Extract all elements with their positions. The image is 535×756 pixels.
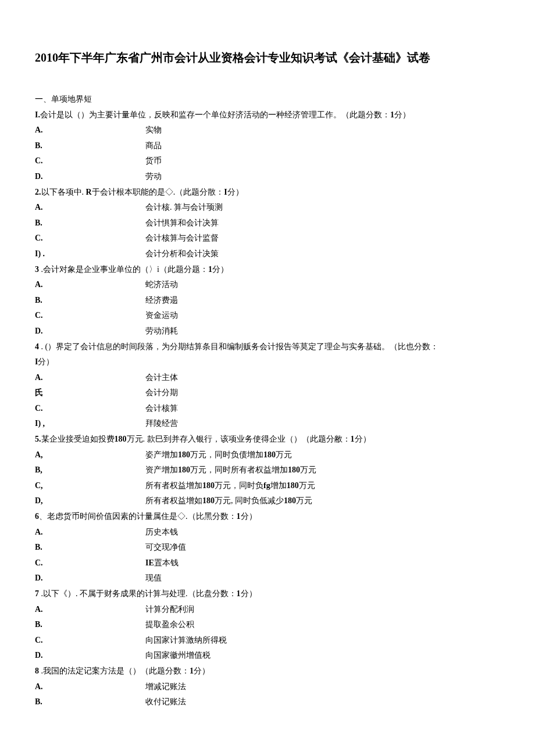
option: A.实物 [35, 123, 500, 138]
option-letter: A. [35, 525, 145, 540]
option: C.资金运动 [35, 308, 500, 324]
option: D.向国家徽州增值税 [35, 648, 500, 664]
option-text: 会计分期 [145, 385, 500, 401]
option: A,姿产增加180万元，同时负债增加180万元 [35, 447, 500, 463]
question-stem: I.会计是以（）为主要计量单位，反映和监存一个单位好济活动的一种经济管理工作。（… [35, 108, 500, 123]
option-text: 会计惧算和会计决算 [145, 216, 500, 231]
option-letter: C. [35, 556, 145, 571]
section-heading: 一、单项地界短 [35, 92, 500, 108]
option: C,所有者权益增加180万元，同时负fg增加180万元 [35, 478, 500, 494]
question-stem: 8 .我国的法定记案方法是（）（此题分数：1分） [35, 664, 500, 679]
option-letter: C. [35, 231, 145, 246]
option-letter: B. [35, 138, 145, 154]
option-letter: C. [35, 308, 145, 324]
option-letter: D. [35, 169, 145, 185]
question: 6、老虑货币时间价值因素的计量属住是◇.（比黑分数：1分）A.历史本钱B.可交现… [35, 509, 500, 586]
question-list: I.会计是以（）为主要计量单位，反映和监存一个单位好济活动的一种经济管理工作。（… [35, 108, 500, 710]
option: A.蛇济活动 [35, 277, 500, 293]
option-letter: A. [35, 602, 145, 618]
option: D,所有者权益增如180万元, 同时负低减少180万元 [35, 493, 500, 509]
option-letter: D. [35, 571, 145, 586]
option-text: 资金运动 [145, 308, 500, 324]
option: B.收付记账法 [35, 694, 500, 710]
option-text: 拜陵经营 [145, 416, 500, 432]
option-letter: A. [35, 200, 145, 216]
option: A.增减记账法 [35, 679, 500, 695]
option-text: 提取盈余公积 [145, 617, 500, 633]
option-text: 会计分析和会计决策 [145, 246, 500, 262]
option-letter: A. [35, 277, 145, 293]
option-text: 历史本钱 [145, 525, 500, 540]
question: I.会计是以（）为主要计量单位，反映和监存一个单位好济活动的一种经济管理工作。（… [35, 108, 500, 185]
option-text: 实物 [145, 123, 500, 138]
page-title: 2010年下半年广东省广州市会计从业资格会计专业知识考试《会计基础》试卷 [35, 46, 500, 69]
option-letter: B. [35, 617, 145, 633]
option-letter: C. [35, 633, 145, 648]
option-text: 资产增加180万元，同时所有者权益增加180万元 [145, 463, 500, 478]
option-letter: I) . [35, 246, 145, 262]
option-text: 可交现净值 [145, 540, 500, 556]
question: 5.某企业接受迫如投费180万元. 款巳到并存入银行，该项业务使得企业（）（此题… [35, 432, 500, 509]
question: 2.以下各项中. R于会计根本职能的是◇.（此题分散：I分）A.会计核. 算与会… [35, 185, 500, 262]
option: C.货币 [35, 153, 500, 169]
question-stem: 7 .以下《）. 不属于财务成果的计算与处理.（比盘分数：1分） [35, 586, 500, 602]
option: I) ,拜陵经营 [35, 416, 500, 432]
option: B,资产增加180万元，同时所有者权益增加180万元 [35, 463, 500, 478]
option-letter: D. [35, 648, 145, 664]
option-text: 会计主体 [145, 370, 500, 386]
option-letter: A. [35, 370, 145, 386]
option: B.提取盈余公积 [35, 617, 500, 633]
option-letter: A. [35, 679, 145, 695]
option: A.历史本钱 [35, 525, 500, 540]
question: 3 .会计对象是企业事业单位的（〉i（此题分题：1分）A.蛇济活动B.经济费遢C… [35, 262, 500, 339]
option: C.会计核算与会计监督 [35, 231, 500, 246]
question-stem: 4 . (）界定了会计信息的时间段落，为分期结算条目和编制贩务会计报告等莫定了理… [35, 339, 500, 355]
option-text: 增减记账法 [145, 679, 500, 695]
option-letter: B. [35, 694, 145, 710]
option-text: 姿产增加180万元，同时负债增加180万元 [145, 447, 500, 463]
option-text: 会计核. 算与会计顼测 [145, 200, 500, 216]
option-text: 所有者权益增如180万元, 同时负低减少180万元 [145, 493, 500, 509]
option-text: 向国家计算激纳所得税 [145, 633, 500, 648]
option-letter: I) , [35, 416, 145, 432]
option-letter: B. [35, 293, 145, 309]
option: B.经济费遢 [35, 293, 500, 309]
option-letter: D, [35, 493, 145, 509]
option: C.向国家计算激纳所得税 [35, 633, 500, 648]
option-letter: A, [35, 447, 145, 463]
question: 7 .以下《）. 不属于财务成果的计算与处理.（比盘分数：1分）A.计算分配利润… [35, 586, 500, 664]
option: C.会计核算 [35, 401, 500, 417]
option: B.可交现净值 [35, 540, 500, 556]
option: C.IE置本钱 [35, 556, 500, 571]
option-text: 会计核算 [145, 401, 500, 417]
option-letter: B. [35, 216, 145, 231]
option: I) .会计分析和会计决策 [35, 246, 500, 262]
option: D.劳动 [35, 169, 500, 185]
option-text: 所有者权益增加180万元，同时负fg增加180万元 [145, 478, 500, 494]
option-text: 货币 [145, 153, 500, 169]
option: D.劳动消耗 [35, 324, 500, 339]
option-text: 收付记账法 [145, 694, 500, 710]
option: A.会计主体 [35, 370, 500, 386]
option: A.计算分配利润 [35, 602, 500, 618]
option-letter: C. [35, 153, 145, 169]
option-letter: D. [35, 324, 145, 339]
option-text: 经济费遢 [145, 293, 500, 309]
option-text: 蛇济活动 [145, 277, 500, 293]
option-letter: B. [35, 540, 145, 556]
question: 8 .我国的法定记案方法是（）（此题分数：1分）A.增减记账法B.收付记账法 [35, 664, 500, 710]
option-text: 会计核算与会计监督 [145, 231, 500, 246]
question-stem: 6、老虑货币时间价值因素的计量属住是◇.（比黑分数：1分） [35, 509, 500, 525]
question-stem: 2.以下各项中. R于会计根本职能的是◇.（此题分散：I分） [35, 185, 500, 200]
option: A.会计核. 算与会计顼测 [35, 200, 500, 216]
question-stem: 3 .会计对象是企业事业单位的（〉i（此题分题：1分） [35, 262, 500, 278]
question-stem-tail: I分） [35, 354, 500, 370]
option-text: 劳动消耗 [145, 324, 500, 339]
option-letter: 氏 [35, 385, 145, 401]
option-text: 计算分配利润 [145, 602, 500, 618]
option-text: 向国家徽州增值税 [145, 648, 500, 664]
option: D.现值 [35, 571, 500, 586]
option-letter: B, [35, 463, 145, 478]
option-letter: C. [35, 401, 145, 417]
option-text: IE置本钱 [145, 556, 500, 571]
